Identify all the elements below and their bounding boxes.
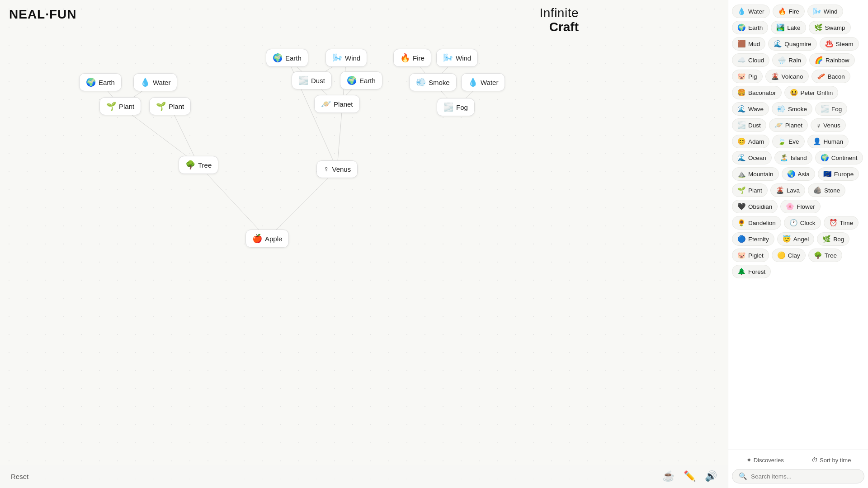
- sidebar-item-piglet[interactable]: 🐷Piglet: [732, 249, 769, 262]
- discoveries-tab[interactable]: ✦ Discoveries: [732, 455, 798, 465]
- reset-button[interactable]: Reset: [11, 473, 28, 480]
- sidebar-item-forest[interactable]: 🌲Forest: [732, 265, 771, 278]
- sidebar-item-mountain[interactable]: ⛰️Mountain: [732, 167, 779, 181]
- sidebar-item-dandelion[interactable]: 🌻Dandelion: [732, 216, 781, 230]
- coffee-icon[interactable]: ☕: [662, 470, 675, 482]
- sidebar-item-pig[interactable]: 🐷Pig: [732, 70, 763, 83]
- sidebar-item-eve[interactable]: 🍃Eve: [772, 135, 804, 148]
- sidebar-item-quagmire[interactable]: 🌊Quagmire: [768, 37, 816, 51]
- sidebar-item-label: Asia: [798, 171, 810, 178]
- canvas-element-venus1[interactable]: ♀Venus: [316, 160, 358, 178]
- footer-tabs: ✦ Discoveries ⏱ Sort by time: [732, 455, 864, 465]
- sidebar-item-icon: 🍔: [737, 89, 746, 97]
- canvas-element-smoke1[interactable]: 💨Smoke: [409, 73, 457, 91]
- sidebar-item-adam[interactable]: 😊Adam: [732, 135, 769, 148]
- sidebar-item-wave[interactable]: 🌊Wave: [732, 102, 769, 116]
- brush-icon[interactable]: ✏️: [684, 470, 696, 482]
- sidebar-item-swamp[interactable]: 🌿Swamp: [809, 21, 851, 34]
- sidebar-item-mud[interactable]: 🟫Mud: [732, 37, 765, 51]
- sidebar-item-obsidian[interactable]: 🖤Obsidian: [732, 200, 778, 213]
- sidebar-item-lava[interactable]: 🌋Lava: [770, 183, 805, 197]
- sidebar-item-peter-griffin[interactable]: 😆Peter Griffin: [784, 86, 839, 99]
- sidebar-item-island[interactable]: 🏝️Island: [774, 151, 812, 164]
- sidebar-item-label: Wave: [748, 106, 764, 113]
- sidebar-item-tree[interactable]: 🌳Tree: [808, 249, 842, 262]
- canvas-element-apple1[interactable]: 🍎Apple: [245, 230, 289, 248]
- sidebar-item-rain[interactable]: 🌧️Rain: [772, 53, 807, 67]
- canvas-element-plant2[interactable]: 🌱Plant: [149, 97, 191, 115]
- element-icon: 🪐: [321, 99, 331, 109]
- canvas-element-tree1[interactable]: 🌳Tree: [179, 156, 218, 174]
- sidebar-item-icon: 🔵: [737, 235, 746, 243]
- sound-icon[interactable]: 🔊: [705, 470, 717, 482]
- svg-line-16: [198, 165, 267, 239]
- sidebar-item-icon: 🍃: [778, 137, 786, 145]
- canvas-element-earth1[interactable]: 🌍Earth: [79, 73, 122, 91]
- sidebar-item-planet[interactable]: 🪐Planet: [769, 118, 808, 132]
- sidebar-item-earth[interactable]: 🌍Earth: [732, 21, 768, 34]
- sidebar-item-flower[interactable]: 🌸Flower: [780, 200, 821, 213]
- sidebar-item-lake[interactable]: 🏞️Lake: [771, 21, 806, 34]
- sidebar-item-label: Volcano: [782, 73, 803, 80]
- sidebar-item-cloud[interactable]: ☁️Cloud: [732, 53, 769, 67]
- sidebar-item-asia[interactable]: 🌏Asia: [782, 167, 815, 181]
- sidebar-item-fire[interactable]: 🔥Fire: [773, 5, 805, 18]
- sidebar-item-plant[interactable]: 🌱Plant: [732, 183, 768, 197]
- sidebar-item-europe[interactable]: 🇪🇺Europe: [818, 167, 859, 181]
- sidebar-item-clay[interactable]: 🟡Clay: [772, 249, 806, 262]
- sidebar-item-icon: 💨: [777, 105, 786, 113]
- sidebar-item-label: Flower: [797, 203, 815, 210]
- items-grid: 💧Water🔥Fire🌬️Wind🌍Earth🏞️Lake🌿Swamp🟫Mud🌊…: [728, 0, 868, 450]
- search-input[interactable]: [751, 473, 858, 480]
- sidebar-item-label: Planet: [785, 122, 802, 129]
- sort-tab[interactable]: ⏱ Sort by time: [798, 455, 865, 465]
- sidebar-item-icon: 🌋: [776, 186, 784, 194]
- sidebar-item-continent[interactable]: 🌍Continent: [815, 151, 863, 164]
- sidebar-item-stone[interactable]: 🪨Stone: [808, 183, 845, 197]
- sidebar-item-human[interactable]: 👤Human: [807, 135, 849, 148]
- canvas-element-fog1[interactable]: 🌫️Fog: [437, 98, 475, 116]
- sidebar-item-venus[interactable]: ♀️Venus: [811, 118, 846, 132]
- canvas-element-fire1[interactable]: 🔥Fire: [393, 49, 431, 67]
- sidebar-item-eternity[interactable]: 🔵Eternity: [732, 232, 774, 246]
- sidebar-item-bacon[interactable]: 🥓Bacon: [811, 70, 850, 83]
- sidebar-item-time[interactable]: ⏰Time: [824, 216, 859, 230]
- canvas-element-water2[interactable]: 💧Water: [461, 73, 505, 91]
- sidebar-item-label: Mud: [748, 41, 760, 47]
- sidebar-item-icon: 🌿: [822, 235, 831, 243]
- sidebar-item-icon: 🌳: [814, 251, 822, 259]
- sidebar-item-label: Earth: [748, 24, 763, 31]
- sort-label: Sort by time: [820, 457, 851, 464]
- sidebar-item-dust[interactable]: 🌫️Dust: [732, 118, 766, 132]
- sidebar-item-steam[interactable]: ♨️Steam: [820, 37, 859, 51]
- sidebar-item-icon: 🌱: [737, 186, 746, 194]
- sidebar-item-water[interactable]: 💧Water: [732, 5, 770, 18]
- sidebar-item-volcano[interactable]: 🌋Volcano: [765, 70, 809, 83]
- bottom-icons: ☕ ✏️ 🔊: [662, 470, 717, 482]
- sidebar-item-clock[interactable]: 🕐Clock: [784, 216, 821, 230]
- sidebar-item-icon: 🏞️: [776, 23, 785, 32]
- canvas-element-earth3[interactable]: 🌍Earth: [340, 71, 382, 89]
- sidebar-item-rainbow[interactable]: 🌈Rainbow: [809, 53, 855, 67]
- sidebar-item-icon: 🌫️: [737, 121, 746, 129]
- element-icon: 🌫️: [298, 75, 308, 85]
- sidebar-item-fog[interactable]: 🌫️Fog: [815, 102, 847, 116]
- canvas-element-earth2[interactable]: 🌍Earth: [266, 49, 308, 67]
- sidebar-item-ocean[interactable]: 🌊Ocean: [732, 151, 772, 164]
- craft-canvas[interactable]: NEAL·FUN Infinite Craft Reset ☕ ✏️ 🔊 🌍Ea…: [0, 0, 728, 488]
- sidebar-item-icon: 🐷: [737, 72, 746, 80]
- sidebar-item-icon: 🏝️: [780, 154, 788, 162]
- canvas-element-wind1[interactable]: 🌬️Wind: [326, 49, 367, 67]
- sidebar-item-smoke[interactable]: 💨Smoke: [772, 102, 812, 116]
- canvas-element-wind2[interactable]: 🌬️Wind: [436, 49, 478, 67]
- sidebar-item-baconator[interactable]: 🍔Baconator: [732, 86, 782, 99]
- canvas-element-dust1[interactable]: 🌫️Dust: [292, 71, 332, 89]
- canvas-element-water1[interactable]: 💧Water: [133, 73, 177, 91]
- sidebar-item-angel[interactable]: 😇Angel: [777, 232, 815, 246]
- sidebar-item-label: Clay: [788, 252, 800, 259]
- canvas-element-plant1[interactable]: 🌱Plant: [99, 97, 141, 115]
- canvas-element-planet1[interactable]: 🪐Planet: [314, 95, 360, 113]
- sidebar-item-bog[interactable]: 🌿Bog: [817, 232, 849, 246]
- sidebar-item-wind[interactable]: 🌬️Wind: [807, 5, 843, 18]
- sidebar-item-icon: 🌬️: [813, 7, 821, 15]
